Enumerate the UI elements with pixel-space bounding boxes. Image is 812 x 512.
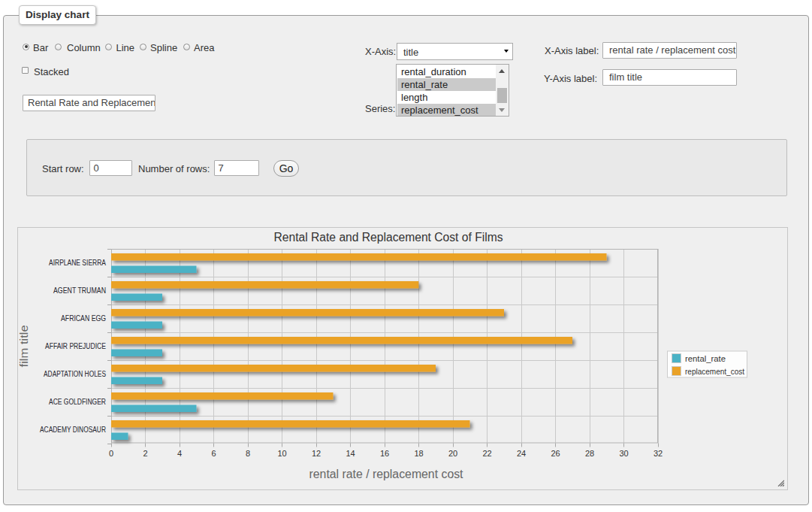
svg-text:4: 4	[177, 449, 182, 458]
svg-text:ACADEMY DINOSAUR: ACADEMY DINOSAUR	[40, 426, 106, 434]
svg-text:0: 0	[109, 449, 113, 458]
svg-text:film title: film title	[17, 325, 30, 367]
svg-text:12: 12	[312, 449, 321, 458]
svg-text:ADAPTATION HOLES: ADAPTATION HOLES	[44, 370, 106, 378]
svg-text:Rental Rate and Replacement Co: Rental Rate and Replacement Cost of Film…	[274, 231, 503, 244]
svg-text:AGENT TRUMAN: AGENT TRUMAN	[53, 286, 106, 295]
svg-text:20: 20	[448, 449, 457, 458]
svg-text:rental_rate: rental_rate	[685, 354, 726, 363]
svg-text:8: 8	[246, 449, 250, 458]
svg-text:24: 24	[517, 449, 526, 458]
svg-text:rental rate / replacement cost: rental rate / replacement cost	[309, 468, 464, 480]
svg-text:AFRICAN EGG: AFRICAN EGG	[61, 314, 106, 323]
svg-text:22: 22	[482, 449, 491, 458]
svg-text:replacement_cost: replacement_cost	[685, 367, 744, 376]
svg-text:2: 2	[143, 449, 147, 458]
svg-text:14: 14	[346, 449, 355, 458]
svg-text:28: 28	[585, 449, 594, 458]
svg-text:32: 32	[654, 449, 663, 458]
svg-text:AIRPLANE SIERRA: AIRPLANE SIERRA	[49, 259, 106, 267]
svg-text:16: 16	[380, 449, 389, 458]
svg-text:30: 30	[619, 449, 628, 458]
svg-text:ACE GOLDFINGER: ACE GOLDFINGER	[49, 398, 106, 406]
svg-text:AFFAIR PREJUDICE: AFFAIR PREJUDICE	[45, 342, 106, 350]
svg-text:6: 6	[211, 449, 216, 458]
svg-text:18: 18	[414, 449, 423, 458]
svg-text:26: 26	[551, 449, 560, 458]
svg-text:10: 10	[277, 449, 286, 458]
